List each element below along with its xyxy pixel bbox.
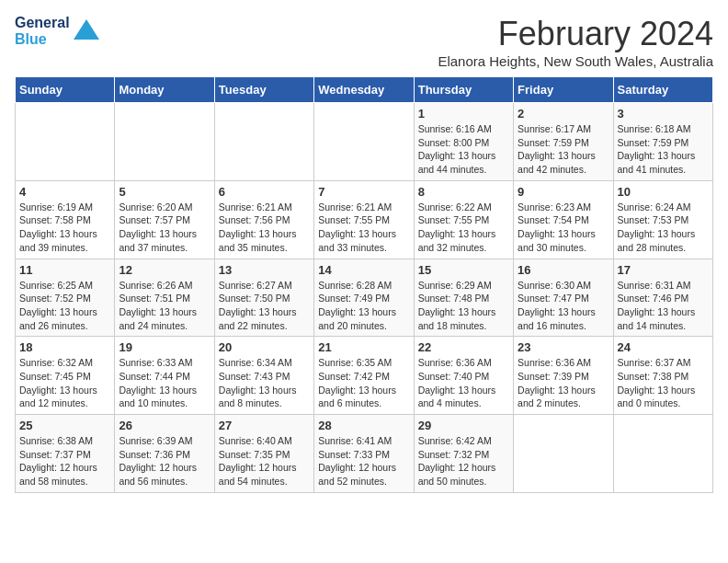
page-header: General Blue February 2024 Elanora Heigh…	[15, 15, 713, 69]
calendar-cell: 2Sunrise: 6:17 AM Sunset: 7:59 PM Daylig…	[514, 103, 613, 181]
day-info: Sunrise: 6:17 AM Sunset: 7:59 PM Dayligh…	[518, 122, 609, 177]
header-thursday: Thursday	[414, 77, 513, 103]
logo-triangle-icon	[74, 19, 99, 40]
calendar-cell: 21Sunrise: 6:35 AM Sunset: 7:42 PM Dayli…	[314, 337, 414, 415]
day-info: Sunrise: 6:29 AM Sunset: 7:48 PM Dayligh…	[418, 279, 509, 333]
calendar-cell: 18Sunrise: 6:32 AM Sunset: 7:45 PM Dayli…	[16, 337, 115, 415]
day-info: Sunrise: 6:37 AM Sunset: 7:38 PM Dayligh…	[618, 356, 709, 410]
day-number: 9	[518, 185, 609, 199]
day-number: 20	[219, 340, 310, 354]
calendar-cell: 20Sunrise: 6:34 AM Sunset: 7:43 PM Dayli…	[214, 337, 313, 415]
day-number: 2	[518, 107, 609, 121]
day-number: 21	[318, 340, 409, 354]
calendar-cell	[514, 415, 613, 493]
calendar-header: SundayMondayTuesdayWednesdayThursdayFrid…	[16, 77, 713, 103]
day-info: Sunrise: 6:20 AM Sunset: 7:57 PM Dayligh…	[119, 201, 210, 255]
calendar-cell: 6Sunrise: 6:21 AM Sunset: 7:56 PM Daylig…	[214, 180, 313, 259]
day-number: 24	[618, 340, 709, 354]
day-number: 3	[618, 107, 709, 121]
calendar-cell: 13Sunrise: 6:27 AM Sunset: 7:50 PM Dayli…	[214, 259, 313, 337]
calendar-cell: 17Sunrise: 6:31 AM Sunset: 7:46 PM Dayli…	[613, 259, 712, 337]
day-info: Sunrise: 6:39 AM Sunset: 7:36 PM Dayligh…	[119, 434, 210, 488]
header-row: SundayMondayTuesdayWednesdayThursdayFrid…	[16, 77, 713, 103]
calendar-cell	[214, 103, 313, 181]
day-info: Sunrise: 6:31 AM Sunset: 7:46 PM Dayligh…	[618, 279, 709, 333]
calendar-cell: 1Sunrise: 6:16 AM Sunset: 8:00 PM Daylig…	[414, 103, 513, 181]
logo: General Blue	[15, 15, 99, 47]
calendar-cell: 15Sunrise: 6:29 AM Sunset: 7:48 PM Dayli…	[414, 259, 513, 337]
day-info: Sunrise: 6:28 AM Sunset: 7:49 PM Dayligh…	[318, 279, 409, 333]
logo-blue: Blue	[15, 31, 70, 48]
calendar-cell: 25Sunrise: 6:38 AM Sunset: 7:37 PM Dayli…	[16, 415, 115, 493]
calendar-cell: 29Sunrise: 6:42 AM Sunset: 7:32 PM Dayli…	[414, 415, 513, 493]
calendar-cell: 22Sunrise: 6:36 AM Sunset: 7:40 PM Dayli…	[414, 337, 513, 415]
day-number: 23	[518, 340, 609, 354]
day-info: Sunrise: 6:16 AM Sunset: 8:00 PM Dayligh…	[418, 122, 509, 177]
day-info: Sunrise: 6:23 AM Sunset: 7:54 PM Dayligh…	[518, 201, 609, 255]
day-info: Sunrise: 6:30 AM Sunset: 7:47 PM Dayligh…	[518, 279, 609, 333]
day-number: 10	[618, 185, 709, 199]
day-number: 27	[219, 419, 310, 432]
day-number: 17	[618, 263, 709, 277]
calendar-cell: 19Sunrise: 6:33 AM Sunset: 7:44 PM Dayli…	[115, 337, 214, 415]
calendar-cell: 9Sunrise: 6:23 AM Sunset: 7:54 PM Daylig…	[514, 180, 613, 259]
calendar-cell: 5Sunrise: 6:20 AM Sunset: 7:57 PM Daylig…	[115, 180, 214, 259]
header-saturday: Saturday	[613, 77, 712, 103]
day-info: Sunrise: 6:24 AM Sunset: 7:53 PM Dayligh…	[618, 201, 709, 255]
day-number: 7	[318, 185, 409, 199]
main-title: February 2024	[438, 15, 713, 53]
week-row-2: 4Sunrise: 6:19 AM Sunset: 7:58 PM Daylig…	[16, 180, 713, 259]
header-tuesday: Tuesday	[214, 77, 313, 103]
day-info: Sunrise: 6:32 AM Sunset: 7:45 PM Dayligh…	[19, 356, 110, 410]
calendar-cell: 23Sunrise: 6:36 AM Sunset: 7:39 PM Dayli…	[514, 337, 613, 415]
day-info: Sunrise: 6:33 AM Sunset: 7:44 PM Dayligh…	[119, 356, 210, 410]
week-row-4: 18Sunrise: 6:32 AM Sunset: 7:45 PM Dayli…	[16, 337, 713, 415]
week-row-5: 25Sunrise: 6:38 AM Sunset: 7:37 PM Dayli…	[16, 415, 713, 493]
day-info: Sunrise: 6:36 AM Sunset: 7:40 PM Dayligh…	[418, 356, 509, 410]
day-number: 29	[418, 419, 509, 432]
calendar-cell	[16, 103, 115, 181]
header-friday: Friday	[514, 77, 613, 103]
day-number: 16	[518, 263, 609, 277]
day-info: Sunrise: 6:41 AM Sunset: 7:33 PM Dayligh…	[318, 434, 409, 488]
calendar-cell: 14Sunrise: 6:28 AM Sunset: 7:49 PM Dayli…	[314, 259, 414, 337]
day-info: Sunrise: 6:19 AM Sunset: 7:58 PM Dayligh…	[19, 201, 110, 255]
calendar-cell: 11Sunrise: 6:25 AM Sunset: 7:52 PM Dayli…	[16, 259, 115, 337]
day-info: Sunrise: 6:36 AM Sunset: 7:39 PM Dayligh…	[518, 356, 609, 410]
day-info: Sunrise: 6:40 AM Sunset: 7:35 PM Dayligh…	[219, 434, 310, 488]
day-info: Sunrise: 6:18 AM Sunset: 7:59 PM Dayligh…	[618, 122, 709, 177]
header-monday: Monday	[115, 77, 214, 103]
day-info: Sunrise: 6:34 AM Sunset: 7:43 PM Dayligh…	[219, 356, 310, 410]
calendar-cell: 26Sunrise: 6:39 AM Sunset: 7:36 PM Dayli…	[115, 415, 214, 493]
day-number: 1	[418, 107, 509, 121]
day-info: Sunrise: 6:22 AM Sunset: 7:55 PM Dayligh…	[418, 201, 509, 255]
subtitle: Elanora Heights, New South Wales, Austra…	[438, 53, 713, 69]
day-info: Sunrise: 6:38 AM Sunset: 7:37 PM Dayligh…	[19, 434, 110, 488]
day-info: Sunrise: 6:21 AM Sunset: 7:56 PM Dayligh…	[219, 201, 310, 255]
calendar-cell: 8Sunrise: 6:22 AM Sunset: 7:55 PM Daylig…	[414, 180, 513, 259]
calendar-body: 1Sunrise: 6:16 AM Sunset: 8:00 PM Daylig…	[16, 103, 713, 493]
calendar-cell: 16Sunrise: 6:30 AM Sunset: 7:47 PM Dayli…	[514, 259, 613, 337]
day-number: 28	[318, 419, 409, 432]
calendar-cell: 24Sunrise: 6:37 AM Sunset: 7:38 PM Dayli…	[613, 337, 712, 415]
day-number: 22	[418, 340, 509, 354]
calendar-cell: 27Sunrise: 6:40 AM Sunset: 7:35 PM Dayli…	[214, 415, 313, 493]
day-number: 13	[219, 263, 310, 277]
calendar-cell: 12Sunrise: 6:26 AM Sunset: 7:51 PM Dayli…	[115, 259, 214, 337]
calendar-cell	[115, 103, 214, 181]
day-info: Sunrise: 6:25 AM Sunset: 7:52 PM Dayligh…	[19, 279, 110, 333]
header-wednesday: Wednesday	[314, 77, 414, 103]
day-number: 26	[119, 419, 210, 432]
calendar-cell	[613, 415, 712, 493]
day-number: 4	[19, 185, 110, 199]
day-number: 5	[119, 185, 210, 199]
week-row-3: 11Sunrise: 6:25 AM Sunset: 7:52 PM Dayli…	[16, 259, 713, 337]
day-number: 15	[418, 263, 509, 277]
day-number: 12	[119, 263, 210, 277]
day-number: 18	[19, 340, 110, 354]
day-number: 11	[19, 263, 110, 277]
title-block: February 2024 Elanora Heights, New South…	[438, 15, 713, 69]
day-number: 25	[19, 419, 110, 432]
calendar-cell: 28Sunrise: 6:41 AM Sunset: 7:33 PM Dayli…	[314, 415, 414, 493]
calendar-cell	[314, 103, 414, 181]
